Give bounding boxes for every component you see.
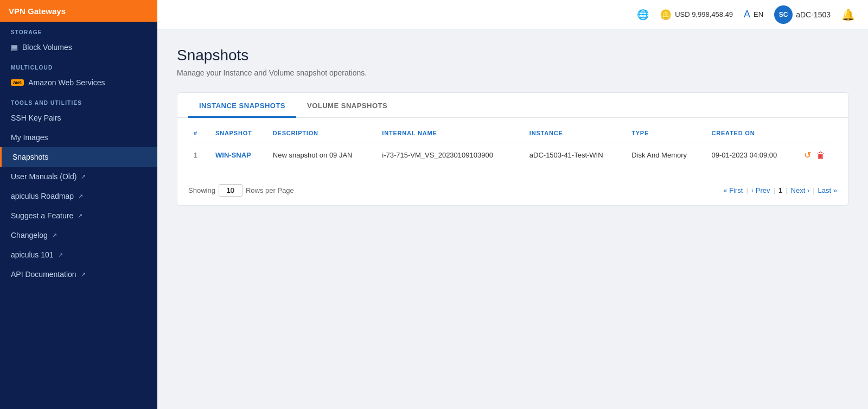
- page-subtitle: Manage your Instance and Volume snapshot…: [177, 68, 848, 77]
- topbar: 🌐 🪙 USD 9,998,458.49 A EN SC aDC-1503 🔔: [157, 0, 868, 29]
- storage-section-label: STORAGE: [0, 22, 157, 37]
- suggest-feature-label: Suggest a Feature: [11, 211, 73, 220]
- sidebar-item-apiculus-roadmap[interactable]: apiculus Roadmap ↗: [0, 186, 157, 206]
- sidebar-item-ssh-key-pairs[interactable]: SSH Key Pairs: [0, 108, 157, 128]
- username-label: aDC-1503: [796, 10, 831, 19]
- balance-display[interactable]: 🪙 USD 9,998,458.49: [660, 9, 733, 21]
- my-images-label: My Images: [11, 133, 48, 142]
- cell-internal-name: i-73-715-VM_VS_20230109103900: [376, 142, 524, 168]
- col-description: DESCRIPTION: [267, 123, 377, 142]
- next-page-link[interactable]: Next ›: [791, 186, 810, 194]
- user-manuals-label: User Manuals (Old): [11, 172, 76, 181]
- vpn-gateway-label: VPN Gateways: [9, 7, 66, 16]
- col-actions: [799, 123, 837, 142]
- language-label: EN: [754, 10, 763, 18]
- cell-type: Disk And Memory: [626, 142, 706, 168]
- translate-icon: A: [744, 9, 750, 20]
- external-link-icon: ↗: [52, 232, 57, 239]
- showing-label: Showing: [188, 186, 215, 194]
- cell-num: 1: [188, 142, 210, 168]
- sidebar-item-suggest-feature[interactable]: Suggest a Feature ↗: [0, 206, 157, 225]
- rows-per-page-control: Showing Rows per Page: [188, 184, 294, 197]
- ssh-key-pairs-label: SSH Key Pairs: [11, 114, 61, 122]
- col-created-on: CREATED ON: [706, 123, 799, 142]
- sidebar-top-item[interactable]: VPN Gateways: [0, 0, 157, 22]
- sidebar: VPN Gateways STORAGE ▤ Block Volumes MUL…: [0, 0, 157, 409]
- balance-value: USD 9,998,458.49: [675, 10, 733, 18]
- prev-page-link[interactable]: ‹ Prev: [751, 186, 770, 194]
- sidebar-item-aws[interactable]: aws Amazon Web Services: [0, 73, 157, 92]
- pagination: « First | ‹ Prev | 1 | Next › | Last »: [723, 186, 837, 194]
- rows-per-page-label: Rows per Page: [246, 186, 294, 194]
- external-link-icon: ↗: [78, 212, 82, 219]
- multicloud-section-label: MULTICLOUD: [0, 57, 157, 73]
- aws-badge: aws: [11, 79, 24, 86]
- external-link-icon: ↗: [81, 271, 86, 278]
- aws-label: Amazon Web Services: [28, 78, 105, 87]
- snapshots-label: Snapshots: [12, 153, 48, 161]
- external-link-icon: ↗: [78, 193, 83, 200]
- sidebar-item-apiculus-101[interactable]: apiculus 101 ↗: [0, 245, 157, 265]
- avatar: SC: [774, 5, 793, 24]
- page-title: Snapshots: [177, 47, 848, 64]
- revert-icon[interactable]: ↺: [804, 150, 811, 160]
- block-volumes-label: Block Volumes: [22, 43, 72, 52]
- bell-icon: 🔔: [841, 8, 855, 21]
- page-content: Snapshots Manage your Instance and Volum…: [157, 29, 868, 409]
- tab-volume-snapshots[interactable]: VOLUME SNAPSHOTS: [296, 93, 398, 118]
- sidebar-item-my-images[interactable]: My Images: [0, 128, 157, 147]
- snapshots-table: # SNAPSHOT DESCRIPTION INTERNAL NAME INS…: [188, 123, 837, 168]
- current-page: 1: [778, 186, 782, 194]
- col-type: TYPE: [626, 123, 706, 142]
- cell-snapshot: WIN-SNAP: [210, 142, 267, 168]
- external-link-icon: ↗: [81, 173, 86, 180]
- table-header-row: # SNAPSHOT DESCRIPTION INTERNAL NAME INS…: [188, 123, 837, 142]
- notifications-button[interactable]: 🔔: [841, 8, 855, 21]
- globe-icon: 🌐: [637, 9, 649, 21]
- col-num: #: [188, 123, 210, 142]
- rows-per-page-input[interactable]: [219, 184, 242, 197]
- col-internal-name: INTERNAL NAME: [376, 123, 524, 142]
- wallet-icon: 🪙: [660, 9, 672, 21]
- apiculus-roadmap-label: apiculus Roadmap: [11, 192, 74, 200]
- col-snapshot: SNAPSHOT: [210, 123, 267, 142]
- snapshot-link[interactable]: WIN-SNAP: [215, 151, 251, 159]
- table-footer: Showing Rows per Page « First | ‹ Prev |…: [177, 179, 848, 205]
- globe-button[interactable]: 🌐: [637, 9, 649, 21]
- cell-description: New snapshot on 09 JAN: [267, 142, 377, 168]
- external-link-icon: ↗: [58, 251, 63, 259]
- apiculus-101-label: apiculus 101: [11, 250, 54, 259]
- sidebar-item-api-docs[interactable]: API Documentation ↗: [0, 265, 157, 284]
- last-page-link[interactable]: Last »: [818, 186, 837, 194]
- delete-icon[interactable]: 🗑: [816, 150, 825, 160]
- col-instance: INSTANCE: [524, 123, 626, 142]
- cell-created-on: 09-01-2023 04:09:00: [706, 142, 799, 168]
- cell-instance: aDC-1503-41-Test-WIN: [524, 142, 626, 168]
- table-row: 1 WIN-SNAP New snapshot on 09 JAN i-73-7…: [188, 142, 837, 168]
- action-icons: ↺ 🗑: [804, 150, 832, 160]
- tabs-container: INSTANCE SNAPSHOTS VOLUME SNAPSHOTS: [177, 93, 848, 118]
- sidebar-item-user-manuals[interactable]: User Manuals (Old) ↗: [0, 167, 157, 186]
- sidebar-item-snapshots[interactable]: Snapshots: [0, 147, 157, 167]
- block-volumes-icon: ▤: [11, 43, 18, 52]
- main-area: 🌐 🪙 USD 9,998,458.49 A EN SC aDC-1503 🔔 …: [157, 0, 868, 409]
- language-switcher[interactable]: A EN: [744, 9, 763, 20]
- table-container: # SNAPSHOT DESCRIPTION INTERNAL NAME INS…: [177, 123, 848, 179]
- api-docs-label: API Documentation: [11, 270, 76, 279]
- sidebar-item-block-volumes[interactable]: ▤ Block Volumes: [0, 37, 157, 57]
- user-profile[interactable]: SC aDC-1503: [774, 5, 831, 24]
- snapshots-card: INSTANCE SNAPSHOTS VOLUME SNAPSHOTS # SN…: [177, 92, 848, 206]
- changelog-label: Changelog: [11, 231, 48, 240]
- first-page-link[interactable]: « First: [723, 186, 743, 194]
- sidebar-item-changelog[interactable]: Changelog ↗: [0, 225, 157, 245]
- cell-actions: ↺ 🗑: [799, 142, 837, 168]
- tab-instance-snapshots[interactable]: INSTANCE SNAPSHOTS: [188, 93, 296, 118]
- tools-section-label: TOOLS AND UTILITIES: [0, 92, 157, 108]
